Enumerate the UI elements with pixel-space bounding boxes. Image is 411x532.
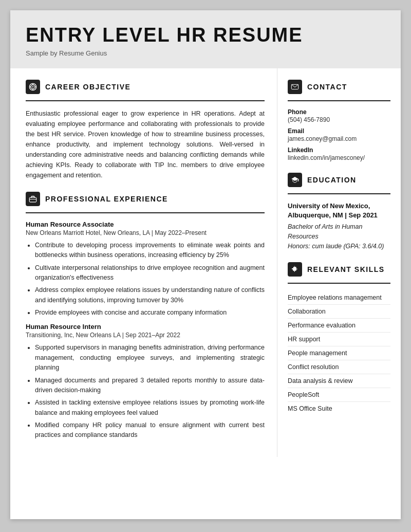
puzzle-icon: [288, 262, 302, 277]
resume-subtitle: Sample by Resume Genius: [26, 49, 385, 57]
svg-rect-9: [29, 197, 36, 202]
list-item: Contribute to developing process improve…: [35, 241, 265, 261]
phone-label: Phone: [288, 108, 390, 116]
email-value: james.coney@gmail.com: [288, 135, 390, 142]
skill-item: Conflict resolution: [288, 360, 390, 374]
job-2: Human Resource Intern Transitioning, Inc…: [26, 323, 265, 440]
skill-item: MS Office Suite: [288, 402, 390, 415]
target-icon: [26, 80, 40, 94]
education-title: EDUCATION: [307, 176, 357, 184]
resume-header: ENTRY LEVEL HR RESUME Sample by Resume G…: [10, 10, 401, 68]
skill-item: Collaboration: [288, 305, 390, 319]
skill-item: HR support: [288, 333, 390, 346]
education-header: EDUCATION: [288, 173, 390, 187]
career-objective-section: CAREER OBJECTIVE Enthusiastic profession…: [26, 80, 265, 180]
career-objective-text: Enthusiastic professional eager to grow …: [26, 108, 265, 180]
skills-section: RELEVANT SKILLS Employee relations manag…: [288, 262, 390, 415]
list-item: Managed documents and prepared 3 detaile…: [35, 376, 265, 396]
left-column: CAREER OBJECTIVE Enthusiastic profession…: [10, 68, 277, 457]
skill-item: People management: [288, 346, 390, 360]
list-item: Cultivate interpersonal relationships to…: [35, 263, 265, 283]
job-1: Human Resource Associate New Orleans Mar…: [26, 221, 265, 318]
contact-section: CONTACT Phone (504) 456-7890 Email james…: [288, 80, 390, 161]
education-section: EDUCATION University of New Mexico, Albu…: [288, 173, 390, 251]
career-objective-divider: [26, 100, 265, 101]
education-divider: [288, 193, 390, 194]
list-item: Address complex employee relations issue…: [35, 285, 265, 305]
experience-divider: [26, 212, 265, 213]
skills-divider: [288, 283, 390, 284]
professional-experience-section: PROFESSIONAL EXPERIENCE Human Resource A…: [26, 192, 265, 441]
job-1-meta: New Orleans Marriott Hotel, New Orleans,…: [26, 229, 265, 236]
right-column: CONTACT Phone (504) 456-7890 Email james…: [277, 68, 401, 457]
edu-institution: University of New Mexico, Albuquerque, N…: [288, 201, 390, 220]
job-2-title: Human Resource Intern: [26, 323, 265, 331]
contact-divider: [288, 100, 390, 101]
resume-title: ENTRY LEVEL HR RESUME: [26, 25, 385, 46]
email-label: Email: [288, 127, 390, 135]
job-2-meta: Transitioning, Inc, New Orleans LA | Sep…: [26, 332, 265, 339]
skills-header: RELEVANT SKILLS: [288, 262, 390, 277]
skill-item: Performance evaluation: [288, 319, 390, 333]
contact-header: CONTACT: [288, 80, 390, 94]
skill-item: Data analysis & review: [288, 374, 390, 388]
resume-body: CAREER OBJECTIVE Enthusiastic profession…: [10, 68, 401, 457]
contact-title: CONTACT: [307, 83, 347, 91]
experience-header: PROFESSIONAL EXPERIENCE: [26, 192, 265, 206]
envelope-icon: [288, 80, 302, 94]
job-1-title: Human Resource Associate: [26, 221, 265, 228]
resume-container: ENTRY LEVEL HR RESUME Sample by Resume G…: [10, 10, 401, 519]
list-item: Assisted in tackling extensive employee …: [35, 398, 265, 418]
list-item: Modified company HR policy manual to ens…: [35, 420, 265, 441]
svg-marker-14: [291, 177, 298, 181]
experience-title: PROFESSIONAL EXPERIENCE: [45, 195, 168, 203]
svg-point-2: [32, 86, 34, 87]
career-objective-header: CAREER OBJECTIVE: [26, 80, 265, 94]
skill-item: Employee relations management: [288, 291, 390, 305]
linkedin-label: LinkedIn: [288, 146, 390, 154]
job-2-bullets: Supported supervisors in managing benefi…: [26, 343, 265, 440]
phone-value: (504) 456-7890: [288, 116, 390, 123]
list-item: Provide employees with concise and accur…: [35, 308, 265, 318]
skills-title: RELEVANT SKILLS: [307, 265, 385, 273]
graduation-icon: [288, 173, 302, 187]
career-objective-title: CAREER OBJECTIVE: [45, 83, 130, 91]
edu-honors: Honors: cum laude (GPA: 3.6/4.0): [288, 242, 390, 251]
edu-degree: Bachelor of Arts in Human Resources: [288, 222, 390, 242]
skill-item: PeopleSoft: [288, 388, 390, 402]
job-1-bullets: Contribute to developing process improve…: [26, 241, 265, 318]
list-item: Supported supervisors in managing benefi…: [35, 343, 265, 373]
linkedin-value: linkedin.com/in/jamesconey/: [288, 154, 390, 161]
briefcase-icon: [26, 192, 40, 206]
